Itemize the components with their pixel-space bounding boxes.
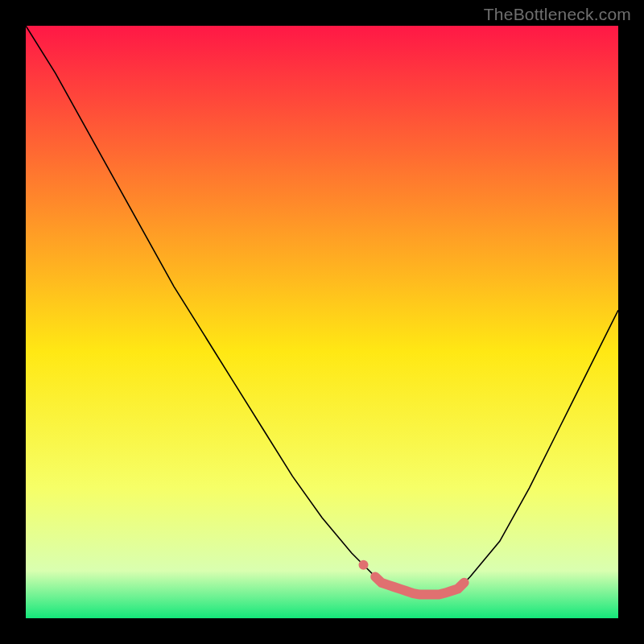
watermark-text: TheBottleneck.com bbox=[484, 5, 631, 24]
chart-plot-area bbox=[26, 26, 618, 618]
gradient-background bbox=[26, 26, 618, 618]
optimal-start-dot-icon bbox=[359, 560, 369, 570]
chart-svg bbox=[26, 26, 618, 618]
chart-frame: TheBottleneck.com bbox=[0, 0, 644, 644]
